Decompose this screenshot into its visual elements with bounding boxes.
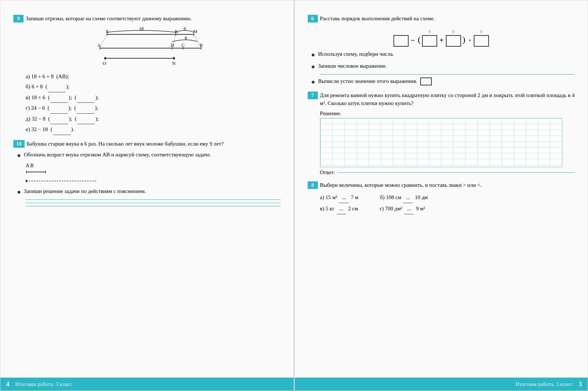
- svg-text:N: N: [172, 60, 176, 66]
- task8-row1: а) 15 м² ... 7 м б) 108 см ... 10 дм: [320, 192, 575, 203]
- task6-header: 6 Расставь порядок выполнения действий н…: [308, 15, 575, 23]
- task8-a: а) 15 м² ... 7 м: [320, 192, 358, 203]
- task9-d: д) 32 − 8 ( ); ( );: [26, 114, 281, 125]
- task10-section: 10 Бабушка старше внука в 6 раз. На скол…: [13, 140, 281, 206]
- task9-b: б) 6 + 8 ( );: [26, 81, 281, 92]
- left-footer-title: Итоговая работа. 3 класс: [15, 381, 72, 387]
- bullet-icon-6-1: ●: [311, 50, 315, 59]
- task8-section: 8 Выбери величины, которые можно сравнит…: [308, 181, 575, 215]
- task9-text: Запиши отрезки, которые на схеме соответ…: [26, 15, 192, 23]
- svg-point-25: [104, 57, 106, 59]
- task10-line-diagram: [26, 178, 281, 185]
- answer-line-1: [26, 199, 281, 200]
- svg-text:A: A: [97, 42, 101, 48]
- task7-text: Для ремонта ванной нужно купить квадратн…: [320, 92, 575, 108]
- task10-bullet1: ● Обозначь возраст внука отрезком АВ и н…: [17, 151, 281, 160]
- scheme-box-1: [393, 35, 409, 47]
- task7-solution-label: Решение.: [320, 110, 575, 117]
- task8-text: Выбери величины, которые можно сравнить,…: [320, 181, 482, 189]
- task7-header: 7 Для ремонта ванной нужно купить квадра…: [308, 92, 575, 108]
- answer-line-3: [26, 206, 281, 206]
- bullet-icon-2: ●: [17, 187, 21, 197]
- task6-bullet3-text: Вычисли устно значение этого выражения.: [318, 77, 417, 85]
- scheme-paren-open: (: [417, 30, 421, 45]
- task6-bullet3: ● Вычисли устно значение этого выражения…: [311, 77, 575, 87]
- scheme-dot: ·: [467, 30, 473, 45]
- task6-bullet2: ● Запиши числовое выражение.: [311, 62, 575, 71]
- task7-section: 7 Для ремонта ванной нужно купить квадра…: [308, 92, 575, 176]
- bullet-icon-6-2: ●: [311, 62, 315, 71]
- svg-text:M: M: [193, 29, 197, 34]
- task6-bullet1: ● Используя схему, подбери числа.: [311, 50, 575, 59]
- task7-num: 7: [308, 92, 318, 99]
- task9-diagram: 18 6 8 E K: [85, 26, 208, 69]
- left-page-num: 4: [6, 381, 9, 388]
- task6-scheme: − ( ○ + ○ ) · ○: [308, 29, 575, 47]
- task9-g: г) 24 − 6 ( ); ( );: [26, 103, 281, 114]
- task7-answer-line: [338, 172, 575, 173]
- task8-b: б) 108 см ... 10 дм: [380, 192, 428, 203]
- task9-header: 9 Запиши отрезки, которые на схеме соотв…: [13, 15, 281, 23]
- scheme-plus: +: [438, 30, 445, 45]
- task9-answers: а) 18 + 6 + 8 (АВ); б) 6 + 8 ( ); в) 18 …: [26, 71, 281, 135]
- task7-grid: [320, 118, 563, 167]
- task10-bullet2: ● Запиши решение задачи по действиям с п…: [17, 188, 281, 197]
- task8-row2: в) 5 кг ... 2 см г) 700 дм² ... 9 м²: [320, 203, 575, 214]
- task7-answer-label: Ответ:: [320, 169, 335, 176]
- svg-text:B: B: [200, 42, 203, 48]
- task9-e: е) 32 − 18 ( ).: [26, 124, 281, 135]
- task10-header: 10 Бабушка старше внука в 6 раз. На скол…: [13, 140, 281, 148]
- svg-point-26: [173, 57, 175, 59]
- task8-num: 8: [308, 181, 318, 189]
- task6-bullet1-text: Используя схему, подбери числа.: [318, 50, 394, 58]
- scheme-box-4: [474, 35, 489, 47]
- svg-text:E: E: [106, 29, 109, 34]
- task10-bullet2-text: Запиши решение задачи по действиям с поя…: [24, 188, 146, 196]
- task8-v: в) 5 кг ... 2 см: [320, 203, 358, 214]
- svg-line-21: [194, 34, 201, 48]
- task10-bullet1-text: Обозначь возраст внука отрезком АВ и нар…: [24, 151, 211, 159]
- svg-line-19: [100, 34, 107, 48]
- svg-text:K: K: [175, 29, 178, 34]
- task9-a: а) 18 + 6 + 8 (АВ);: [26, 71, 281, 82]
- task6-bullet2-text: Запиши числовое выражение.: [318, 62, 387, 70]
- right-page: 6 Расставь порядок выполнения действий н…: [294, 0, 588, 391]
- right-page-num: 3: [579, 381, 582, 388]
- task6-text: Расставь порядок выполнения действий на …: [320, 15, 435, 23]
- scheme-box-2: [422, 35, 437, 47]
- bullet-icon-1: ●: [17, 151, 21, 160]
- task9-num: 9: [13, 15, 24, 22]
- scheme-paren-close: ): [462, 30, 466, 45]
- scheme-box-3: [446, 35, 461, 47]
- right-page-footer: Итоговая работа. 3 класс 3: [295, 378, 588, 391]
- task10-text: Бабушка старше внука в 6 раз. На сколько…: [27, 140, 223, 148]
- bullet-icon-6-3: ●: [311, 77, 315, 87]
- svg-text:C: C: [182, 42, 185, 48]
- task6-num-line: [320, 74, 575, 75]
- svg-text:O: O: [103, 60, 106, 66]
- answer-line-2: [26, 203, 281, 203]
- right-footer-title: Итоговая работа. 3 класс: [516, 381, 573, 387]
- task7-answer-row: Ответ:: [308, 169, 575, 176]
- task9-v: в) 18 + 6 ( ); ( );: [26, 92, 281, 103]
- task8-answers: а) 15 м² ... 7 м б) 108 см ... 10 дм в) …: [320, 192, 575, 214]
- task6-num: 6: [308, 15, 318, 22]
- task8-g: г) 700 дм² ... 9 м²: [380, 203, 425, 214]
- task10-num: 10: [13, 140, 25, 148]
- task6-answer-box: [420, 77, 432, 85]
- scheme-minus: −: [409, 30, 416, 45]
- left-page: 9 Запиши отрезки, которые на схеме соотв…: [0, 0, 294, 391]
- ab-label: A B: [26, 163, 281, 177]
- task8-header: 8 Выбери величины, которые можно сравнит…: [308, 181, 575, 189]
- left-page-footer: 4 Итоговая работа. 3 класс: [0, 378, 294, 391]
